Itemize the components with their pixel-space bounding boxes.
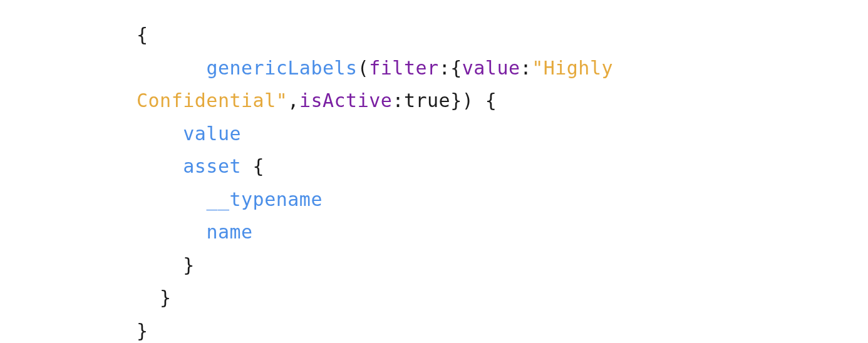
field-genericLabels: genericLabels [206, 57, 357, 79]
arg-value: value [462, 57, 520, 79]
field-value: value [183, 123, 241, 145]
punct-close-brace-mid: } [137, 287, 172, 309]
bool-true: true [404, 90, 450, 111]
punct-colon-2: : [392, 90, 404, 111]
indent-4 [137, 188, 206, 210]
punct-close-brace-outer: } [137, 320, 148, 342]
punct-open-brace: { [137, 24, 148, 46]
punct-close-brace-inner: } [137, 254, 195, 276]
indent-3 [137, 155, 183, 177]
string-highly: "Highly [532, 57, 625, 79]
punct-close-args: }) { [450, 90, 497, 111]
indent-2 [137, 123, 183, 145]
punct-open-brace-2: { [241, 155, 264, 177]
field-asset: asset [183, 155, 241, 177]
punct-comma: , [287, 90, 299, 111]
arg-filter: filter [369, 57, 438, 79]
arg-isActive: isActive [299, 90, 393, 111]
punct-paren-open: ( [358, 57, 369, 79]
field-name: name [206, 221, 252, 243]
indent [137, 57, 206, 79]
code-block: { genericLabels(filter:{value:"Highly Co… [137, 19, 868, 343]
punct-colon-brace: :{ [439, 57, 462, 79]
indent-5 [137, 221, 206, 243]
string-confidential: Confidential" [137, 90, 287, 111]
punct-colon: : [520, 57, 532, 79]
field-typename: __typename [206, 188, 323, 210]
